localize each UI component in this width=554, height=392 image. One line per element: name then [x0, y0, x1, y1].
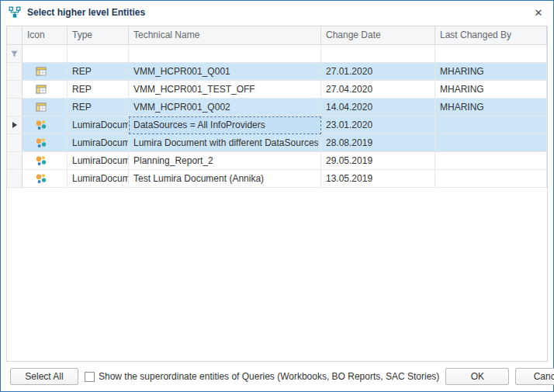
- type-cell[interactable]: REP: [68, 81, 129, 99]
- table-row[interactable]: REP VMM_HCPR001_Q001 27.01.2020 MHARING: [7, 63, 547, 81]
- type-cell[interactable]: REP: [68, 99, 129, 116]
- grid-empty-area: [7, 188, 547, 361]
- technical-name-cell[interactable]: VMM_HCPR001_Q002: [129, 99, 321, 116]
- table-row[interactable]: LumiraDocum... Planning_Report_2 29.05.2…: [7, 152, 547, 170]
- entities-grid: Icon Type Technical Name Change Date Las…: [6, 26, 548, 362]
- change-date-cell[interactable]: 13.05.2019: [321, 170, 435, 188]
- column-header-technical-name[interactable]: Technical Name: [129, 26, 321, 45]
- entity-icon-cell[interactable]: [23, 170, 68, 188]
- type-cell[interactable]: LumiraDocum...: [68, 170, 129, 188]
- header-indicator-cell: [7, 26, 23, 45]
- type-cell[interactable]: LumiraDocum...: [68, 134, 129, 152]
- type-cell[interactable]: LumiraDocum...: [68, 116, 129, 134]
- footer-bar: Select All Show the superordinate entiti…: [1, 362, 553, 391]
- technical-name-cell[interactable]: VMM_HCPR001_TEST_OFF: [129, 81, 321, 99]
- last-changed-by-cell[interactable]: [435, 116, 547, 134]
- filter-cell-last-changed-by[interactable]: [435, 45, 547, 63]
- column-header-change-date[interactable]: Change Date: [321, 26, 435, 45]
- filter-cell-technical-name[interactable]: [129, 45, 321, 63]
- select-all-button[interactable]: Select All: [10, 368, 78, 385]
- lumira-icon: [35, 154, 47, 167]
- type-cell[interactable]: LumiraDocum...: [68, 152, 129, 170]
- row-indicator[interactable]: [7, 152, 23, 170]
- last-changed-by-cell[interactable]: [435, 170, 547, 188]
- table-row[interactable]: LumiraDocum... Test Lumira Document (Ann…: [7, 170, 547, 188]
- technical-name-cell[interactable]: Test Lumira Document (Annika): [129, 170, 321, 188]
- entity-icon-cell[interactable]: [23, 116, 68, 134]
- table-row[interactable]: REP VMM_HCPR001_TEST_OFF 27.04.2020 MHAR…: [7, 81, 547, 99]
- lumira-icon: [35, 119, 47, 131]
- lumira-icon: [35, 172, 47, 185]
- last-changed-by-cell[interactable]: MHARING: [435, 81, 547, 99]
- filter-cell-change-date[interactable]: [321, 45, 435, 63]
- current-row-arrow-icon: [12, 122, 17, 128]
- report-icon: [35, 83, 47, 95]
- filter-row-indicator: [7, 45, 23, 63]
- focused-row-indicator[interactable]: [7, 116, 23, 134]
- change-date-cell[interactable]: 14.04.2020: [321, 99, 435, 116]
- row-indicator[interactable]: [7, 63, 23, 81]
- technical-name-cell[interactable]: VMM_HCPR001_Q001: [129, 63, 321, 81]
- technical-name-cell[interactable]: Lumira Document with different DataSourc…: [129, 134, 321, 152]
- change-date-cell[interactable]: 27.01.2020: [321, 63, 435, 81]
- entity-icon-cell[interactable]: [23, 152, 68, 170]
- entity-icon-cell[interactable]: [23, 63, 68, 81]
- table-row[interactable]: LumiraDocum... Lumira Document with diff…: [7, 134, 547, 152]
- report-icon: [35, 65, 47, 78]
- change-date-cell[interactable]: 27.04.2020: [321, 81, 435, 99]
- entity-icon-cell[interactable]: [23, 81, 68, 99]
- dialog-title: Select higher level Entities: [27, 7, 527, 18]
- change-date-cell[interactable]: 29.05.2019: [321, 152, 435, 170]
- filter-cell-icon[interactable]: [23, 45, 68, 63]
- dialog-window: Select higher level Entities ✕ Icon Type…: [0, 0, 554, 392]
- change-date-cell[interactable]: 28.08.2019: [321, 134, 435, 152]
- report-icon: [35, 101, 47, 113]
- technical-name-cell-focused[interactable]: DataSources = All InfoProviders: [129, 116, 321, 134]
- technical-name-cell[interactable]: Planning_Report_2: [129, 152, 321, 170]
- grid-header-row: Icon Type Technical Name Change Date Las…: [7, 26, 547, 45]
- filter-cell-type[interactable]: [68, 45, 129, 63]
- hierarchy-entities-icon: [9, 6, 21, 19]
- lumira-icon: [35, 137, 47, 149]
- superordinate-checkbox[interactable]: [85, 372, 95, 382]
- ok-button[interactable]: OK: [445, 368, 509, 385]
- column-header-last-changed-by[interactable]: Last Changed By: [435, 26, 547, 45]
- entity-icon-cell[interactable]: [23, 134, 68, 152]
- superordinate-checkbox-group: Show the superordinate entities of Queri…: [85, 371, 439, 382]
- row-indicator[interactable]: [7, 81, 23, 99]
- filter-row: [7, 45, 547, 63]
- row-indicator[interactable]: [7, 170, 23, 188]
- last-changed-by-cell[interactable]: MHARING: [435, 63, 547, 81]
- title-bar: Select higher level Entities ✕: [1, 1, 553, 24]
- row-indicator[interactable]: [7, 134, 23, 152]
- filter-funnel-icon: [10, 50, 19, 58]
- table-row[interactable]: LumiraDocum... DataSources = All InfoPro…: [7, 116, 547, 134]
- change-date-cell[interactable]: 23.01.2020: [321, 116, 435, 134]
- superordinate-checkbox-label: Show the superordinate entities of Queri…: [99, 371, 439, 382]
- last-changed-by-cell[interactable]: [435, 134, 547, 152]
- last-changed-by-cell[interactable]: [435, 152, 547, 170]
- cancel-button[interactable]: Cancel: [515, 368, 554, 385]
- last-changed-by-cell[interactable]: MHARING: [435, 99, 547, 116]
- table-row[interactable]: REP VMM_HCPR001_Q002 14.04.2020 MHARING: [7, 99, 547, 116]
- row-indicator[interactable]: [7, 99, 23, 116]
- column-header-icon[interactable]: Icon: [23, 26, 68, 45]
- close-icon[interactable]: ✕: [527, 3, 550, 22]
- entity-icon-cell[interactable]: [23, 99, 68, 116]
- type-cell[interactable]: REP: [68, 63, 129, 81]
- column-header-type[interactable]: Type: [68, 26, 129, 45]
